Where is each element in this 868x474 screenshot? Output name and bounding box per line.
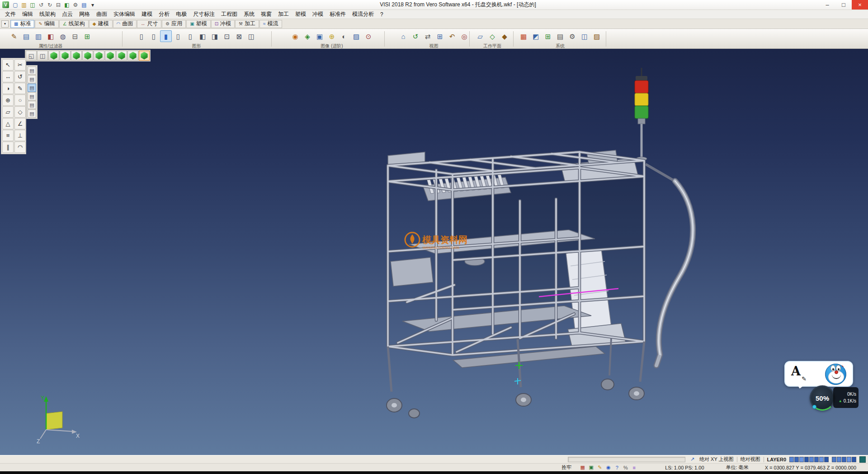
menu-mesh[interactable]: 网格 (76, 9, 93, 19)
view-left-button[interactable] (116, 51, 127, 61)
save-document-icon[interactable]: ◫ (28, 1, 37, 9)
tab-wireframe[interactable]: ∠线架构 (59, 20, 89, 28)
attribute-edit-icon[interactable]: ✎ (8, 30, 20, 42)
absolute-view-label[interactable]: 绝对视图 (741, 456, 760, 463)
solid-cube-icon[interactable]: ◧ (63, 1, 71, 9)
view-back-button[interactable] (105, 51, 116, 61)
view-iso-button[interactable] (48, 51, 59, 61)
wireframe-display-icon[interactable]: ▯ (136, 30, 147, 42)
layer-list-icon[interactable]: ≡ (2, 130, 14, 141)
triangle-icon[interactable]: △ (2, 118, 14, 129)
section-half-icon[interactable]: ◧ (197, 30, 208, 42)
view-front-button[interactable] (94, 51, 104, 61)
clipboard-icon[interactable]: ▤ (28, 84, 36, 92)
angle-icon[interactable]: ∠ (14, 118, 26, 129)
menu-flow-analysis[interactable]: 模流分析 (349, 9, 377, 19)
layer-color-swatch[interactable] (824, 457, 829, 462)
image-capture-icon[interactable]: ▣ (587, 464, 595, 471)
material-icon[interactable]: ◈ (302, 30, 313, 42)
pallet-changer-model[interactable]: 模具资料网 MANUFACTURING DATA (0, 49, 868, 455)
active-layer-label[interactable]: LAYER0 (767, 457, 786, 462)
compare-view-icon[interactable]: ◫ (245, 30, 257, 42)
circle-icon[interactable]: ○ (14, 95, 26, 106)
menu-help[interactable]: ? (377, 10, 387, 19)
current-color-swatch[interactable] (859, 456, 866, 463)
widget-dot-icon[interactable] (812, 405, 816, 409)
workplane-icon[interactable]: ▱ (474, 30, 486, 42)
shading-icon[interactable]: ◑ (2, 83, 14, 94)
arc-icon[interactable]: ◠ (14, 142, 26, 153)
layer-color-swatch[interactable] (837, 457, 841, 462)
dynamic-view-icon[interactable]: ◎ (458, 30, 470, 42)
previous-view-icon[interactable]: ↶ (446, 30, 458, 42)
layer-color-swatch[interactable] (789, 457, 794, 462)
menu-system[interactable]: 系统 (241, 9, 258, 19)
zoom-extents-icon[interactable]: ⌂ (397, 30, 409, 42)
tab-die[interactable]: ⊡冲模 (211, 20, 235, 28)
rotate-view-icon[interactable]: ↺ (410, 30, 421, 42)
maximize-button[interactable]: □ (835, 0, 852, 9)
menu-window[interactable]: 视窗 (258, 9, 275, 19)
filter-remove-icon[interactable]: ⊟ (69, 30, 81, 42)
snap-grid-icon[interactable]: ▦ (579, 464, 586, 471)
clipboard-icon[interactable]: ▤ (28, 75, 36, 83)
viewport-multi-icon[interactable]: ◫ (37, 51, 48, 61)
menu-drawing[interactable]: 工程图 (218, 9, 241, 19)
clipboard-icon[interactable]: ▤ (28, 92, 36, 100)
system-options-icon[interactable]: ⚙ (566, 30, 578, 42)
system-table-icon[interactable]: ▤ (554, 30, 566, 42)
texture-icon[interactable]: ▣ (314, 30, 326, 42)
layer-color-swatch[interactable] (842, 457, 846, 462)
layer-color-swatch[interactable] (852, 457, 856, 462)
tab-dropdown-button[interactable]: ▾ (1, 20, 9, 28)
desktop-widget-bubble[interactable]: A ✎ (784, 361, 853, 387)
perpendicular-icon[interactable]: ⊥ (14, 130, 26, 141)
menu-solid-edit[interactable]: 实体编辑 (110, 9, 138, 19)
menu-file[interactable]: 文件 (2, 9, 19, 19)
undo-icon[interactable]: ↺ (37, 1, 45, 9)
menu-die[interactable]: 冲模 (309, 9, 326, 19)
tab-mold[interactable]: ▣塑模 (186, 20, 210, 28)
layers-icon[interactable]: ≡ (630, 464, 638, 471)
help-icon[interactable]: ? (613, 464, 621, 471)
menu-modeling[interactable]: 建模 (138, 9, 156, 19)
mesh-display-icon[interactable]: ⊠ (233, 30, 245, 42)
percent-icon[interactable]: % (622, 464, 629, 471)
3d-viewport[interactable]: 模具资料网 MANUFACTURING DATA ◱◫ ↖✂↔↺◑✎⊕○▱◇△∠… (0, 49, 868, 455)
box-display-icon[interactable]: ⊡ (221, 30, 233, 42)
clipboard-icon[interactable]: ▤ (28, 101, 36, 109)
layer-color-swatch[interactable] (814, 457, 819, 462)
settings-gear-icon[interactable]: ⚙ (71, 1, 80, 9)
print-icon[interactable]: ⊟ (54, 1, 62, 9)
layer-color-swatch[interactable] (804, 457, 809, 462)
trim-icon[interactable]: ✂ (14, 59, 26, 71)
menu-surface[interactable]: 曲面 (93, 9, 110, 19)
workplane-entity-icon[interactable]: ◇ (486, 30, 498, 42)
tab-standard[interactable]: ▦标准 (10, 20, 34, 28)
system-hatch-icon[interactable]: ▨ (591, 30, 603, 42)
tab-modeling[interactable]: ◆建模 (89, 20, 113, 28)
transparent-display-icon[interactable]: ▯ (184, 30, 196, 42)
menu-electrode[interactable]: 电极 (173, 9, 190, 19)
menu-edit[interactable]: 编辑 (19, 9, 36, 19)
new-document-icon[interactable]: ▢ (11, 1, 19, 9)
lighting-icon[interactable]: ⊕ (326, 30, 338, 42)
menu-machining[interactable]: 加工 (275, 9, 292, 19)
net-speed-panel[interactable]: 0K/s ▲0.1K/s (833, 387, 859, 408)
view-iso-left-button[interactable] (60, 51, 71, 61)
tab-machining[interactable]: ⚒加工 (235, 20, 259, 28)
help-book-icon[interactable]: ▤ (80, 1, 88, 9)
filter-color-icon[interactable]: ◧ (45, 30, 57, 42)
layer-color-swatch[interactable] (847, 457, 851, 462)
system-grid-icon[interactable]: ⊞ (542, 30, 554, 42)
shaded-display-icon[interactable]: ▮ (160, 30, 172, 42)
menu-mold[interactable]: 塑模 (292, 9, 309, 19)
view-bottom-button[interactable] (82, 51, 93, 61)
pan-view-icon[interactable]: ⇄ (422, 30, 434, 42)
view-orient-icon[interactable]: ↗ (689, 456, 696, 463)
menu-standard-parts[interactable]: 标准件 (326, 9, 349, 19)
layer-color-swatch[interactable] (794, 457, 799, 462)
parallel-icon[interactable]: ∥ (2, 142, 14, 153)
render-advanced-icon[interactable]: ◉ (289, 30, 301, 42)
shadow-icon[interactable]: ◐ (338, 30, 350, 42)
